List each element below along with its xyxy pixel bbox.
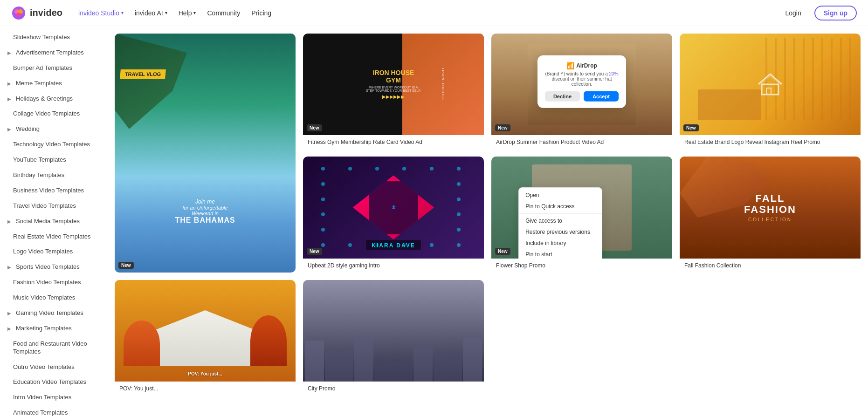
card-travel-vlog[interactable]: TRAVEL VLOG Join me for an Unforgettable… [115,34,296,273]
sidebar-item-slideshow[interactable]: Slideshow Templates [0,30,107,45]
airdrop-overlay: 📶 AirDrop (Brand Y) wants to send you a … [537,55,626,108]
nav-studio[interactable]: invideo Studio ▾ [74,7,128,20]
svg-rect-5 [766,88,771,95]
airdrop-title: 📶 AirDrop [545,62,619,69]
signup-button[interactable]: Sign up [814,6,857,20]
nav-community[interactable]: Community [202,7,245,20]
svg-rect-4 [762,84,778,95]
airdrop-decline-button[interactable]: Decline [545,91,580,102]
sidebar-item-travel[interactable]: Travel Video Templates [0,198,107,214]
context-open[interactable]: Open [519,190,602,201]
sidebar-item-wedding[interactable]: ▶ Wedding [0,122,107,137]
card-airdrop-fashion[interactable]: 📶 AirDrop (Brand Y) wants to send you a … [491,34,672,149]
chevron-down-icon: ▾ [193,10,196,15]
badge-new: New [495,248,510,255]
header-left: invideo invideo Studio ▾ invideo AI ▾ He… [11,6,276,20]
sidebar-item-animated[interactable]: Animated Templates [0,405,107,416]
login-button[interactable]: Login [778,7,808,20]
template-grid: TRAVEL VLOG Join me for an Unforgettable… [115,34,861,396]
badge-new: New [118,262,134,269]
arrow-icon: ▶ [7,310,11,316]
svg-point-3 [16,13,21,17]
arrow-icon: ▶ [7,218,11,225]
card-label: POV: You just... [115,382,296,396]
badge-new: New [683,124,699,131]
context-give-access[interactable]: Give access to [519,215,602,226]
sidebar-item-birthday[interactable]: Birthday Templates [0,168,107,183]
sidebar-item-advertisement[interactable]: ▶ Advertisement Templates [0,45,107,61]
card-label: Fall Fashion Collection [680,259,861,273]
airdrop-accept-button[interactable]: Accept [584,91,619,102]
travel-banner: TRAVEL VLOG [120,69,166,79]
context-restore[interactable]: Restore previous versions [519,226,602,238]
logo[interactable]: invideo [11,6,62,20]
badge-new: New [495,124,510,131]
sidebar-item-youtube[interactable]: YouTube Templates [0,152,107,168]
card-label: City Promo [303,382,484,396]
card-fall-fashion[interactable]: FALLFASHION COLLECTION Fall Fashion Coll… [680,157,861,272]
nav-pricing[interactable]: Pricing [247,7,276,20]
nav-help[interactable]: Help ▾ [174,7,201,20]
card-flower-shop[interactable]: www.yourwebsite.com Open Pin to Quick ac… [491,157,672,272]
sidebar-item-social[interactable]: ▶ Social Media Templates [0,214,107,229]
context-pin-start[interactable]: Pin to start [519,249,602,259]
arrow-icon: ▶ [7,96,11,102]
arrow-icon: ▶ [7,264,11,270]
sidebar-item-intro[interactable]: Intro Video Templates [0,390,107,405]
nav-ai[interactable]: invideo AI ▾ [130,7,172,20]
card-label: Flower Shop Promo [491,259,672,273]
sidebar-item-real-estate[interactable]: Real Estate Video Templates [0,229,107,245]
header: invideo invideo Studio ▾ invideo AI ▾ He… [0,0,868,26]
arrow-icon: ▶ [7,126,11,132]
context-menu: Open Pin to Quick access Give access to … [518,187,602,259]
arrow-icon: ▶ [7,81,11,87]
main-nav: invideo Studio ▾ invideo AI ▾ Help ▾ Com… [74,7,276,20]
logo-icon [11,6,26,20]
sidebar-item-marketing[interactable]: ▶ Marketing Templates [0,321,107,336]
card-label: Real Estate Brand Logo Reveal Instagram … [680,135,861,149]
arrow-icon: ▶ [7,326,11,332]
logo-text: invideo [30,7,62,18]
context-include-library[interactable]: Include in library [519,238,602,249]
sidebar-item-food[interactable]: Food and Restaurant Video Templates [0,336,107,360]
badge-new: New [307,124,322,131]
card-gaming[interactable]: 👤 KIARA DAVE New Upbeat 2D style gaming … [303,157,484,272]
sidebar-item-meme[interactable]: ▶ Meme Templates [0,76,107,91]
card-label: Fitness Gym Membership Rate Card Video A… [303,135,484,149]
sidebar-item-collage[interactable]: Collage Video Templates [0,106,107,122]
card-real-estate-promo[interactable]: New Real Estate Brand Logo Reveal Instag… [680,34,861,149]
sidebar-item-holidays[interactable]: ▶ Holidays & Greetings [0,91,107,107]
page-layout: Slideshow Templates ▶ Advertisement Temp… [0,26,868,416]
sidebar-item-logo[interactable]: Logo Video Templates [0,244,107,259]
airdrop-actions: Decline Accept [545,91,619,102]
sidebar-item-education[interactable]: Education Video Templates [0,375,107,390]
sidebar-item-sports[interactable]: ▶ Sports Video Templates [0,259,107,275]
header-right: Login Sign up [778,6,857,20]
card-label: AirDrop Summer Fashion Product Video Ad [491,135,672,149]
airdrop-body: (Brand Y) wants to send you a 20% discou… [545,71,619,87]
sidebar-item-fashion[interactable]: Fashion Video Templates [0,275,107,290]
travel-text: Join me for an Unforgettable Weekend in … [115,198,296,225]
card-label: Upbeat 2D style gaming intro [303,259,484,273]
sidebar-item-bumper[interactable]: Bumper Ad Templates [0,61,107,76]
card-city[interactable]: City Promo [303,280,484,396]
sidebar-item-outro[interactable]: Outro Video Templates [0,360,107,375]
main-content: TRAVEL VLOG Join me for an Unforgettable… [107,26,868,416]
chevron-down-icon: ▾ [121,10,124,15]
sidebar-item-business[interactable]: Business Video Templates [0,183,107,198]
card-gym[interactable]: IRON HOUSE IRON HOUSEGYM WHERE EVERY WOR… [303,34,484,149]
sidebar-item-technology[interactable]: Technology Video Templates [0,137,107,152]
chevron-down-icon: ▾ [165,10,167,15]
home-icon [756,70,784,98]
sidebar: Slideshow Templates ▶ Advertisement Temp… [0,26,107,416]
sidebar-item-gaming[interactable]: ▶ Gaming Video Templates [0,306,107,321]
sidebar-item-music[interactable]: Music Video Templates [0,290,107,306]
arrow-icon: ▶ [7,50,11,56]
card-autumn-house[interactable]: POV: You just... POV: You just... [115,280,296,396]
context-pin-quick[interactable]: Pin to Quick access [519,201,602,212]
